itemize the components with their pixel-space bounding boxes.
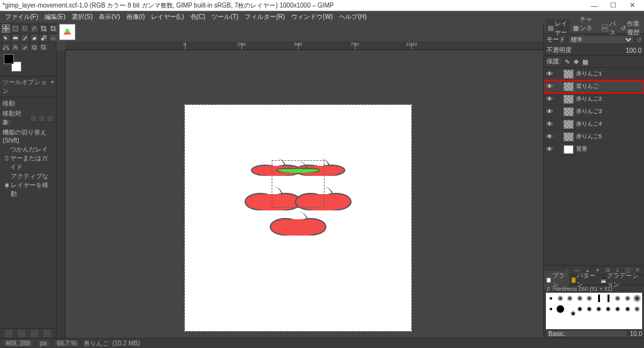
text-tool-icon[interactable]: A	[11, 43, 19, 52]
visibility-eye-icon[interactable]: 👁	[546, 121, 553, 128]
opacity-row[interactable]: 不透明度 100.0	[544, 45, 644, 56]
menu-filters[interactable]: フィルター(R)	[242, 13, 287, 21]
menu-windows[interactable]: ウィンドウ(W)	[289, 13, 335, 21]
layer-row-6[interactable]: 👁 背景	[544, 143, 644, 156]
visibility-eye-icon[interactable]: 👁	[546, 70, 553, 77]
visibility-eye-icon[interactable]: 👁	[546, 146, 553, 153]
status-unit[interactable]: px	[37, 339, 50, 347]
fg-color-swatch[interactable]	[4, 54, 14, 64]
image-tab-thumb[interactable]	[59, 24, 75, 40]
menu-layer[interactable]: レイヤー(L)	[148, 13, 186, 21]
brush-spacing[interactable]: 10.0	[630, 330, 642, 337]
brush-grid[interactable]: ★	[546, 293, 642, 329]
path-tool-icon[interactable]	[2, 43, 10, 52]
fuzzy-select-tool-icon[interactable]	[30, 24, 38, 33]
lock-position-icon[interactable]: ✥	[574, 58, 579, 65]
lock-pixels-icon[interactable]: ✎	[565, 58, 570, 65]
brush-cell[interactable]	[633, 293, 641, 303]
visibility-eye-icon[interactable]: 👁	[546, 133, 553, 140]
menu-help[interactable]: ヘルプ(H)	[336, 13, 369, 21]
mode-reset-icon[interactable]: ↺	[636, 36, 641, 43]
brush-cell[interactable]	[556, 304, 565, 314]
layer-name[interactable]: 赤りんご4	[576, 120, 602, 128]
layer-row-0[interactable]: 👁 赤りんご1	[544, 68, 644, 80]
eraser-tool-icon[interactable]	[30, 34, 38, 42]
menu-image[interactable]: 画像(I)	[124, 13, 147, 21]
move-tool-icon[interactable]	[2, 24, 10, 33]
lock-alpha-icon[interactable]: ▦	[582, 58, 588, 65]
layer-name[interactable]: 背景	[576, 145, 587, 153]
brush-cell[interactable]	[547, 304, 555, 314]
mode-select[interactable]: 標準	[568, 35, 634, 44]
target-path-icon[interactable]	[47, 115, 53, 122]
brush-cell[interactable]	[556, 293, 565, 303]
minimize-button[interactable]: —	[585, 2, 604, 9]
layer-name[interactable]: 青りんご	[576, 82, 599, 90]
brush-cell[interactable]	[604, 293, 613, 303]
layer-name[interactable]: 赤りんご2	[576, 95, 602, 103]
brush-cell[interactable]	[575, 293, 584, 303]
layer-thumb	[564, 82, 574, 91]
fg-bg-colors[interactable]	[4, 54, 21, 72]
close-button[interactable]: ✕	[623, 1, 641, 9]
maximize-button[interactable]: ☐	[604, 1, 623, 9]
save-options-icon[interactable]	[5, 330, 13, 337]
menu-tools[interactable]: ツール(T)	[209, 13, 241, 21]
layer-row-2[interactable]: 👁 赤りんご2	[544, 93, 644, 106]
layer-row-3[interactable]: 👁 赤りんご3	[544, 106, 644, 118]
brush-cell[interactable]	[585, 293, 594, 303]
reset-options-icon[interactable]	[43, 330, 51, 337]
radio-move-active[interactable]: アクティブなレイヤーを移動	[5, 172, 53, 198]
brush-cell[interactable]	[623, 304, 632, 314]
brush-cell[interactable]	[613, 304, 622, 314]
menu-view[interactable]: 表示(V)	[96, 13, 122, 21]
brush-cell[interactable]	[585, 304, 594, 314]
bucket-tool-icon[interactable]	[2, 34, 10, 42]
target-layer-icon[interactable]	[30, 115, 37, 122]
measure-tool-icon[interactable]	[30, 43, 38, 52]
visibility-eye-icon[interactable]: 👁	[546, 95, 553, 102]
vertical-ruler[interactable]	[57, 50, 65, 338]
canvas-viewport[interactable]	[65, 50, 543, 338]
brush-cell[interactable]	[594, 293, 603, 303]
pencil-tool-icon[interactable]	[21, 34, 29, 42]
menu-color[interactable]: 色(C)	[188, 13, 208, 21]
brush-cell[interactable]	[547, 293, 555, 303]
zoom-tool-icon[interactable]	[40, 43, 48, 52]
brush-cell[interactable]: ★	[565, 304, 574, 314]
gradient-tool-icon[interactable]	[11, 34, 19, 42]
layer-row-5[interactable]: 👁 赤りんご5	[544, 131, 644, 143]
visibility-eye-icon[interactable]: 👁	[546, 108, 553, 115]
radio-pick-layer[interactable]: つかんだレイヤーまたはガイド	[5, 145, 53, 171]
dock-menu-icon[interactable]: ◂	[50, 78, 53, 95]
status-zoom[interactable]: 66.7 %	[54, 339, 80, 347]
crop-tool-icon[interactable]	[40, 24, 48, 33]
brush-preset-select[interactable]: Basic.	[546, 330, 628, 337]
brush-cell[interactable]	[623, 293, 632, 303]
visibility-eye-icon[interactable]: 👁	[546, 83, 553, 90]
color-picker-tool-icon[interactable]	[21, 43, 29, 52]
brush-cell[interactable]	[633, 304, 641, 314]
mode-label: モード	[547, 35, 565, 44]
layer-row-1[interactable]: 👁 青りんご	[544, 80, 644, 93]
free-select-tool-icon[interactable]	[21, 24, 29, 33]
target-selection-icon[interactable]	[38, 115, 45, 122]
canvas[interactable]	[185, 105, 411, 331]
rect-select-tool-icon[interactable]	[11, 24, 19, 33]
brush-cell[interactable]	[613, 293, 622, 303]
horizontal-ruler[interactable]: 02505007501000	[65, 41, 543, 50]
clone-tool-icon[interactable]	[40, 34, 48, 42]
layer-name[interactable]: 赤りんご1	[576, 70, 602, 78]
layer-row-4[interactable]: 👁 赤りんご4	[544, 118, 644, 131]
menu-file[interactable]: ファイル(F)	[3, 13, 41, 21]
restore-options-icon[interactable]	[18, 330, 25, 337]
brush-cell[interactable]	[594, 304, 603, 314]
layer-name[interactable]: 赤りんご3	[576, 107, 602, 116]
menu-select[interactable]: 選択(S)	[69, 13, 95, 21]
menu-edit[interactable]: 編集(E)	[42, 13, 68, 21]
brush-cell[interactable]	[604, 304, 613, 314]
layer-name[interactable]: 赤りんご5	[576, 133, 602, 141]
brush-cell[interactable]	[575, 304, 584, 314]
brush-cell[interactable]	[565, 293, 574, 303]
delete-options-icon[interactable]	[31, 330, 38, 337]
